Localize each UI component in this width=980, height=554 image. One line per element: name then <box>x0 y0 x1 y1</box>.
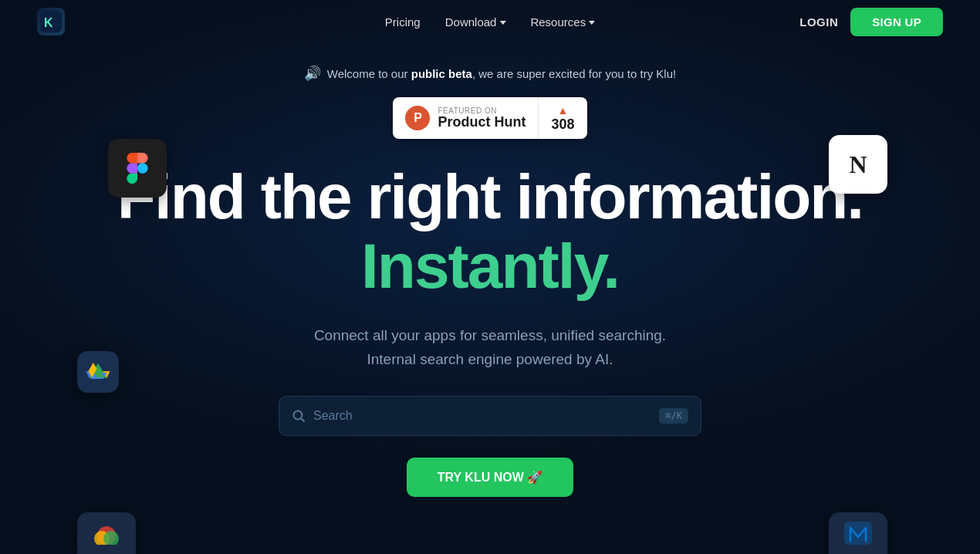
svg-rect-7 <box>844 522 872 545</box>
nav-resources[interactable]: Resources <box>530 15 595 29</box>
beta-text-after: , we are super excited for you to try Kl… <box>472 67 676 80</box>
bottom-left-app-icon <box>77 512 136 554</box>
svg-point-2 <box>294 410 302 419</box>
ph-arrow-icon: ▲ <box>558 105 569 116</box>
ph-logo-icon: P <box>405 106 430 130</box>
main-content: 🔊 Welcome to our public beta, we are sup… <box>0 43 980 497</box>
svg-text:K: K <box>44 16 53 29</box>
beta-icon: 🔊 <box>304 65 321 82</box>
product-hunt-badge[interactable]: P FEATURED ON Product Hunt ▲ 308 <box>393 97 586 139</box>
signup-button[interactable]: SIGN UP <box>850 8 943 36</box>
search-bar[interactable]: ⌘/K <box>279 396 701 436</box>
nav-download[interactable]: Download <box>445 15 506 29</box>
main-headline: Find the right information. <box>117 164 863 230</box>
navbar: K Pricing Download Resources LOGIN SIGN … <box>0 0 980 43</box>
beta-text-bold: public beta <box>411 67 472 80</box>
search-icon <box>292 409 306 423</box>
resources-chevron-icon <box>589 21 595 25</box>
login-button[interactable]: LOGIN <box>799 15 838 29</box>
ph-name: Product Hunt <box>438 115 525 130</box>
subline1: Connect all your apps for seamless, unif… <box>314 327 666 343</box>
notion-logo-text: N <box>849 150 867 179</box>
logo[interactable]: K <box>37 8 65 35</box>
ph-featured-label: FEATURED ON <box>438 106 525 115</box>
ph-vote-count: ▲ 308 <box>539 105 586 131</box>
notion-app-icon: N <box>829 135 887 194</box>
google-drive-app-icon <box>77 351 119 393</box>
nav-actions: LOGIN SIGN UP <box>799 8 943 36</box>
figma-app-icon <box>108 139 167 198</box>
subline2: Internal search engine powered by AI. <box>367 351 613 367</box>
beta-banner: 🔊 Welcome to our public beta, we are sup… <box>304 65 676 82</box>
logo-icon: K <box>37 8 65 35</box>
bottom-right-app-icon <box>829 512 887 554</box>
ph-count-value: 308 <box>551 117 574 131</box>
ph-text: FEATURED ON Product Hunt <box>438 106 525 130</box>
beta-text-before: Welcome to our <box>327 67 411 80</box>
nav-pricing[interactable]: Pricing <box>385 15 421 29</box>
ph-left: P FEATURED ON Product Hunt <box>393 97 539 139</box>
download-chevron-icon <box>499 21 505 25</box>
try-klu-button[interactable]: TRY KLU NOW 🚀 <box>407 458 573 497</box>
nav-links: Pricing Download Resources <box>385 15 595 29</box>
subheadline: Connect all your apps for seamless, unif… <box>314 324 666 371</box>
search-input[interactable] <box>313 409 651 423</box>
keyboard-shortcut: ⌘/K <box>659 408 688 424</box>
headline-instantly: Instantly. <box>361 233 619 299</box>
